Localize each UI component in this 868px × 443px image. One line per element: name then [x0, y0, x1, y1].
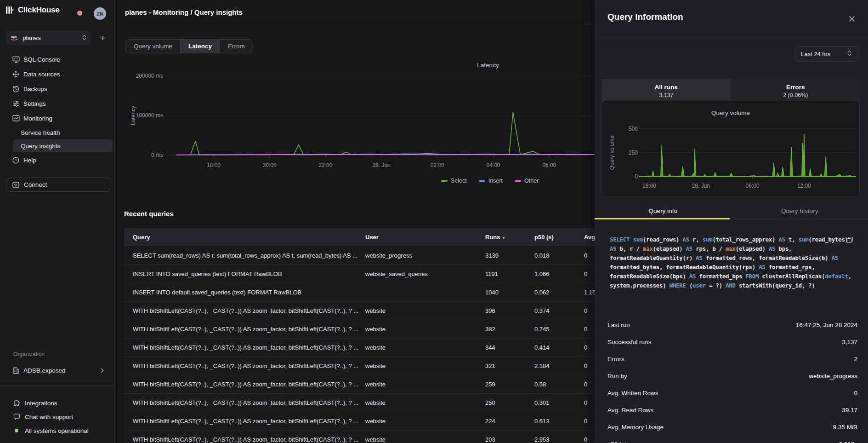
p50-cell: 0.374	[534, 307, 584, 314]
svg-text:12:00: 12:00	[797, 183, 811, 189]
sidebar-item-monitoring[interactable]: Monitoring	[0, 111, 114, 126]
column-header-p50[interactable]: p50 (s)	[534, 234, 584, 241]
runs-cell: 396	[485, 307, 534, 314]
avatar[interactable]: ZN	[94, 7, 106, 20]
monitoring-icon	[12, 115, 20, 121]
query-cell: WITH bitShiftLeft(CAST(?..), _CAST(?..))…	[133, 344, 365, 351]
sidebar-item-label: SQL Console	[23, 56, 60, 63]
organization-section-label: Organization	[13, 351, 45, 357]
organization-icon	[12, 367, 20, 374]
svg-text:28. Jun: 28. Jun	[372, 162, 390, 168]
code-line: formatted_bytes, formatReadableQuantity(…	[610, 263, 851, 272]
stat-label: Avg. Written Rows	[607, 390, 658, 397]
runs-cell: 1191	[485, 270, 534, 277]
user-cell: website	[365, 399, 485, 406]
sidebar-item-data-sources[interactable]: Data sources	[0, 67, 114, 81]
svg-text:06:00: 06:00	[746, 183, 760, 189]
active-tab-underline	[595, 218, 730, 219]
tab-query-info[interactable]: Query info	[595, 202, 732, 219]
p50-cell: 1.066	[534, 270, 584, 277]
help-icon: ?	[12, 157, 20, 164]
query-cell: INSERT INTO default.saved_queries (text)…	[133, 289, 365, 296]
sidebar-item-query-insights[interactable]: Query insights	[13, 139, 113, 152]
user-cell: website	[365, 381, 485, 388]
code-line: AS b, r / max(elapsed) AS rps, b / max(e…	[610, 245, 851, 254]
sidebar-item-help[interactable]: ? Help	[0, 153, 114, 167]
close-icon[interactable]	[847, 14, 857, 24]
run-stat-tabs: All runs 3,137 Errors 2 (0.06%)	[601, 79, 860, 103]
time-range-select[interactable]: Last 24 hrs	[795, 46, 857, 62]
sidebar-item-sql-console[interactable]: SQL Console	[0, 52, 114, 67]
query-cell: WITH bitShiftLeft(CAST(?..), _CAST(?..))…	[133, 399, 365, 406]
tab-all-runs[interactable]: All runs 3,137	[601, 79, 731, 103]
connect-button[interactable]: Connect	[6, 178, 110, 192]
connect-icon	[12, 182, 20, 188]
stat-value: 0	[854, 390, 857, 397]
column-header-user[interactable]: User	[365, 234, 485, 241]
organization-item[interactable]: ADSB.exposed	[6, 363, 108, 377]
query-volume-chart: Query volumeQuery volume025050018:0028. …	[602, 101, 859, 196]
runs-cell: 382	[485, 326, 534, 333]
p50-cell: 0.58	[534, 381, 584, 388]
svg-text:02:00: 02:00	[431, 162, 444, 168]
stat-row: Successful runs3,137	[595, 334, 868, 351]
add-service-button[interactable]: +	[96, 32, 109, 44]
panel-title: Query information	[607, 12, 683, 22]
chat-with-support-item[interactable]: Chat with support	[0, 410, 114, 424]
app-root: ClickHouse ZN aws planes + SQL Console	[0, 0, 868, 443]
user-cell: website	[365, 307, 485, 314]
notification-dot[interactable]	[77, 11, 82, 16]
copy-icon[interactable]	[846, 236, 853, 243]
code-line: system.processes) WHERE (user = ?) AND s…	[610, 282, 851, 291]
legend-item[interactable]: Insert	[479, 178, 503, 184]
svg-text:200000 ms: 200000 ms	[136, 73, 163, 79]
svg-text:250: 250	[629, 150, 638, 156]
sidebar-item-label: Monitoring	[23, 115, 52, 122]
stat-label: Successful runs	[607, 339, 651, 345]
query-information-panel: Query information Last 24 hrs All runs 3…	[595, 0, 868, 443]
stat-label: Errors	[607, 356, 624, 362]
footer-item-label: Integrations	[25, 400, 57, 407]
integrations-item[interactable]: Integrations	[0, 396, 114, 410]
service-selector[interactable]: aws planes	[6, 31, 91, 45]
tab-query-history[interactable]: Query history	[732, 202, 868, 219]
runs-cell: 203	[485, 436, 534, 443]
query-cell: WITH bitShiftLeft(CAST(?..), _CAST(?..))…	[133, 326, 365, 333]
svg-text:0: 0	[635, 173, 638, 180]
sidebar-item-service-health[interactable]: Service health	[13, 126, 113, 139]
p50-cell: 0.613	[534, 418, 584, 425]
stat-row: Errors2	[595, 351, 868, 368]
sort-desc-icon: ▾	[503, 235, 505, 240]
column-header-query[interactable]: Query	[133, 234, 365, 241]
system-status-item[interactable]: All systems operational	[0, 424, 114, 437]
query-volume-card: Query volumeQuery volume025050018:0028. …	[601, 100, 860, 197]
code-line: formatReadableSize(bps) AS formatted_bps…	[610, 272, 851, 282]
svg-text:Query volume: Query volume	[711, 109, 750, 116]
chevron-updown-icon	[847, 50, 851, 58]
stat-value: 39.17	[842, 407, 857, 414]
user-cell: website	[365, 362, 485, 369]
stat-label: Run by	[607, 373, 627, 380]
sidebar-item-settings[interactable]: Settings	[0, 96, 114, 111]
page-title: planes - Monitoring / Query insights	[125, 8, 243, 16]
sidebar-item-label: Query insights	[21, 143, 60, 150]
tab-errors-label: Errors	[786, 84, 805, 91]
svg-text:20:00: 20:00	[263, 162, 277, 168]
legend-item[interactable]: Other	[515, 178, 539, 184]
aws-icon: aws	[11, 35, 18, 41]
user-cell: website_saved_queries	[365, 270, 485, 277]
user-cell: website	[365, 418, 485, 425]
runs-cell: 321	[485, 362, 534, 369]
tab-errors-count[interactable]: Errors 2 (0.06%)	[731, 79, 861, 103]
query-cell: WITH bitShiftLeft(CAST(?..), _CAST(?..))…	[133, 418, 365, 425]
query-cell: WITH bitShiftLeft(CAST(?..), _CAST(?..))…	[133, 307, 365, 314]
legend-label: Select	[451, 178, 467, 184]
stat-value: 0.018s	[839, 441, 857, 443]
sidebar-item-backups[interactable]: Backups	[0, 81, 114, 96]
legend-item[interactable]: Select	[441, 178, 467, 184]
column-header-runs[interactable]: Runs▾	[485, 234, 534, 241]
info-tabs: Query info Query history	[595, 202, 868, 219]
user-cell: website	[365, 436, 485, 443]
p50-cell: 2.953	[534, 436, 584, 443]
stat-row: Avg. Read Rows39.17	[595, 402, 868, 419]
